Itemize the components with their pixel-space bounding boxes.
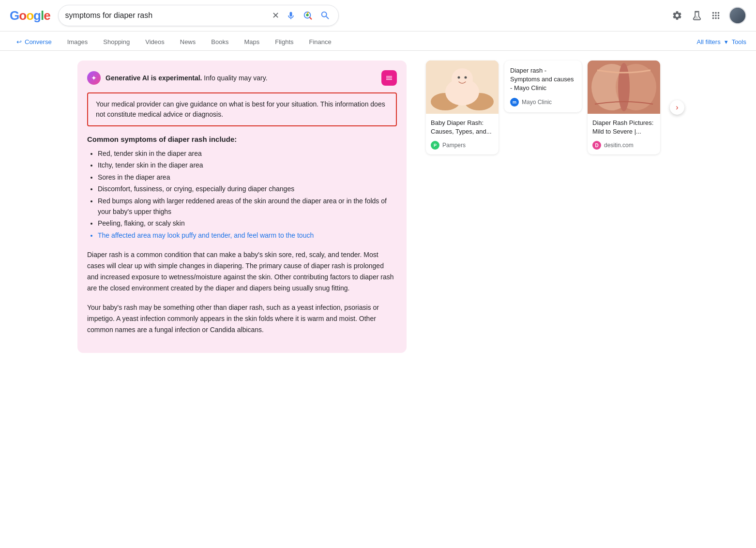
card-mayo-title: Diaper rash - Symptoms and causes - Mayo… (510, 66, 576, 93)
list-item: Red bumps along with larger reddened are… (98, 196, 397, 217)
search-icon-group: ✕ (271, 9, 332, 22)
ai-content-area: ✦ Generative AI is experimental. Info qu… (77, 61, 407, 353)
ai-label-normal: Info quality may vary. (204, 74, 267, 82)
gear-icon (672, 10, 682, 21)
ai-label: Generative AI is experimental. Info qual… (106, 74, 268, 82)
list-icon (385, 74, 393, 82)
card-mayo-source: m Mayo Clinic (510, 98, 576, 107)
card-pampers-source: P Pampers (431, 141, 494, 150)
tab-images[interactable]: Images (60, 33, 95, 50)
card-mayo[interactable]: Diaper rash - Symptoms and causes - Mayo… (504, 61, 582, 112)
svg-point-13 (618, 63, 630, 111)
svg-point-8 (458, 76, 460, 79)
list-item[interactable]: The affected area may look puffy and ten… (98, 230, 397, 241)
nav-right-filters: All filters ▾ Tools (697, 38, 746, 46)
pampers-source-icon: P (431, 141, 439, 150)
lens-search-button[interactable] (302, 9, 314, 22)
card-pampers-title: Baby Diaper Rash: Causes, Types, and... (431, 119, 494, 136)
source-cards-row: Baby Diaper Rash: Causes, Types, and... … (426, 61, 678, 154)
card-desitin-source: D desitin.com (592, 141, 655, 150)
tab-flights-label: Flights (275, 38, 293, 46)
card-pampers[interactable]: Baby Diaper Rash: Causes, Types, and... … (426, 61, 499, 154)
right-column: Baby Diaper Rash: Causes, Types, and... … (426, 61, 678, 353)
labs-button[interactable] (690, 9, 703, 22)
ai-header: ✦ Generative AI is experimental. Info qu… (87, 70, 397, 86)
tab-finance-label: Finance (309, 38, 332, 46)
tab-flights[interactable]: Flights (268, 33, 300, 50)
search-icon (320, 10, 331, 21)
list-item: Itchy, tender skin in the diaper area (98, 160, 397, 170)
tab-maps[interactable]: Maps (237, 33, 266, 50)
list-item: Red, tender skin in the diaper area (98, 148, 397, 159)
all-filters-label[interactable]: All filters (697, 38, 721, 46)
ai-sparkle-icon: ✦ (87, 71, 101, 85)
clear-search-button[interactable]: ✕ (271, 9, 280, 22)
list-item: Sores in the diaper area (98, 172, 397, 183)
desitin-source-label: desitin.com (604, 142, 634, 149)
tab-converse[interactable]: ↩ Converse (10, 33, 59, 50)
medical-disclaimer-box: Your medical provider can give guidance … (87, 92, 397, 126)
chevron-down-icon: ▾ (725, 38, 728, 46)
baby-illustration (426, 61, 499, 114)
ai-label-bold: Generative AI is experimental. (106, 74, 202, 82)
user-avatar[interactable] (729, 7, 746, 24)
carousel-next-button[interactable]: › (670, 100, 684, 115)
search-nav-tabs: ↩ Converse Images Shopping Videos News B… (0, 31, 756, 51)
tab-news[interactable]: News (173, 33, 203, 50)
tools-label[interactable]: Tools (732, 38, 746, 46)
mayo-source-label: Mayo Clinic (522, 99, 552, 106)
card-baby-image (426, 61, 499, 114)
ai-panel-menu-button[interactable] (381, 70, 397, 86)
medical-disclaimer-text: Your medical provider can give guidance … (96, 100, 385, 118)
description-paragraph-1: Diaper rash is a common condition that c… (87, 249, 397, 294)
card-desitin-body: Diaper Rash Pictures: Mild to Severe |..… (588, 114, 660, 154)
tab-shopping[interactable]: Shopping (96, 33, 136, 50)
list-item: Discomfort, fussiness, or crying, especi… (98, 183, 397, 194)
card-desitin-title: Diaper Rash Pictures: Mild to Severe |..… (592, 119, 655, 136)
tab-maps-label: Maps (244, 38, 259, 46)
tab-books[interactable]: Books (204, 33, 235, 50)
symptoms-list: Red, tender skin in the diaper area Itch… (87, 148, 397, 241)
tab-shopping-label: Shopping (103, 38, 130, 46)
list-item: Peeling, flaking, or scaly skin (98, 218, 397, 228)
tab-converse-label: Converse (25, 38, 52, 46)
svg-point-7 (452, 68, 473, 90)
apps-button[interactable] (710, 9, 722, 22)
header-right (671, 7, 746, 24)
card-desitin[interactable]: Diaper Rash Pictures: Mild to Severe |..… (588, 61, 660, 154)
grid-icon (711, 10, 721, 21)
desitin-source-icon: D (592, 141, 601, 150)
voice-search-button[interactable] (285, 10, 297, 21)
lens-icon (302, 10, 313, 21)
search-submit-button[interactable] (319, 9, 332, 22)
header: Google ✕ (0, 0, 756, 31)
svg-point-9 (465, 76, 467, 79)
converse-icon: ↩ (16, 38, 22, 46)
tab-finance[interactable]: Finance (302, 33, 338, 50)
symptoms-heading: Common symptoms of diaper rash include: (87, 135, 397, 143)
google-logo[interactable]: Google (10, 8, 50, 23)
description-paragraph-2: Your baby's rash may be something other … (87, 302, 397, 335)
tab-books-label: Books (211, 38, 228, 46)
tab-videos-label: Videos (145, 38, 165, 46)
tab-images-label: Images (67, 38, 88, 46)
settings-button[interactable] (671, 9, 683, 22)
flask-icon (691, 10, 702, 21)
skin-illustration (588, 61, 660, 114)
left-column: ✦ Generative AI is experimental. Info qu… (77, 61, 407, 353)
mic-icon (286, 11, 296, 20)
main-content: ✦ Generative AI is experimental. Info qu… (0, 51, 678, 363)
mayo-source-icon: m (510, 98, 519, 107)
card-skin-image (588, 61, 660, 114)
search-input[interactable] (65, 11, 267, 20)
svg-rect-2 (695, 12, 698, 13)
card-pampers-body: Baby Diaper Rash: Causes, Types, and... … (426, 114, 499, 154)
pampers-source-label: Pampers (442, 142, 466, 149)
tab-news-label: News (180, 38, 196, 46)
search-bar: ✕ (58, 5, 339, 26)
tab-videos[interactable]: Videos (138, 33, 171, 50)
